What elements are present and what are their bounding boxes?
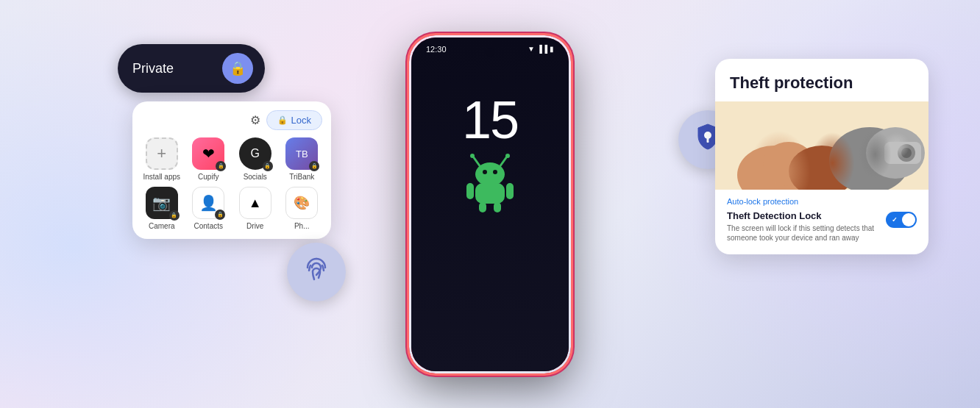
list-item[interactable]: 📷 🔒 Camera <box>141 187 182 230</box>
install-apps-icon: + <box>146 137 178 170</box>
private-label: Private <box>132 61 215 76</box>
private-space-panel: Private 🔒 ⚙ 🔒 Lock + Install apps ❤ <box>118 44 324 239</box>
list-item[interactable]: TB 🔒 TriBank <box>282 137 323 181</box>
list-item[interactable]: ▲ Drive <box>235 187 276 230</box>
svg-point-6 <box>493 170 497 174</box>
auto-lock-label: Auto-lock protection <box>727 197 917 206</box>
theft-detection-toggle[interactable]: ✓ <box>886 212 917 228</box>
app-label: Camera <box>149 222 175 230</box>
app-lock-badge: 🔒 <box>216 161 226 171</box>
svg-point-5 <box>483 170 487 174</box>
app-lock-badge: 🔒 <box>309 161 319 171</box>
wifi-icon: ▼ <box>528 45 535 53</box>
settings-icon[interactable]: ⚙ <box>250 113 260 127</box>
svg-point-22 <box>898 144 915 162</box>
theft-protection-title: Theft protection <box>730 74 914 93</box>
app-drawer-header: ⚙ 🔒 Lock <box>141 110 322 130</box>
svg-rect-15 <box>715 101 928 190</box>
phone-device: 12:30 ▼ ▐▐ ▮ 15 <box>409 35 571 373</box>
phone-clock: 15 <box>462 93 518 146</box>
theft-detection-desc: The screen will lock if this setting det… <box>727 223 878 243</box>
theft-card-body: Auto-lock protection Theft Detection Loc… <box>715 190 928 254</box>
svg-point-3 <box>505 154 510 158</box>
lock-btn-label: Lock <box>291 115 311 126</box>
list-item[interactable]: 👤 🔒 Contacts <box>188 187 230 230</box>
theft-illustration <box>715 101 928 190</box>
svg-point-19 <box>829 127 910 190</box>
contacts-icon: 👤 🔒 <box>192 187 224 219</box>
theft-detection-row: Theft Detection Lock The screen will loc… <box>727 210 917 243</box>
svg-point-23 <box>901 148 912 158</box>
lock-btn-icon: 🔒 <box>277 115 288 125</box>
signal-icon: ▐▐ <box>537 45 547 53</box>
list-item[interactable]: + Install apps <box>141 137 182 181</box>
phone-body: 12:30 ▼ ▐▐ ▮ 15 <box>409 35 571 373</box>
svg-rect-13 <box>707 137 709 143</box>
camera-icon: 📷 🔒 <box>146 187 178 219</box>
app-lock-badge: 🔒 <box>169 210 180 221</box>
battery-icon: ▮ <box>550 45 554 53</box>
theft-card-header: Theft protection <box>715 59 928 101</box>
status-icons: ▼ ▐▐ ▮ <box>528 45 554 53</box>
app-label: Drive <box>246 222 263 230</box>
svg-point-4 <box>475 162 505 186</box>
app-label: Install apps <box>143 173 180 181</box>
android-robot-icon <box>457 146 523 212</box>
svg-point-18 <box>789 146 855 190</box>
app-lock-badge: 🔒 <box>263 161 273 171</box>
theft-detection-title: Theft Detection Lock <box>727 210 878 221</box>
svg-line-0 <box>473 157 480 167</box>
socials-icon: G 🔒 <box>239 137 271 170</box>
svg-rect-21 <box>884 142 921 164</box>
svg-line-2 <box>500 157 507 167</box>
list-item[interactable]: 🎨 Ph... <box>282 187 323 230</box>
private-lock-circle: 🔒 <box>222 53 253 84</box>
toggle-check-icon: ✓ <box>892 216 898 223</box>
app-label: Socials <box>244 173 267 181</box>
theft-protection-card: Theft protection Auto-lock protection Th… <box>715 59 928 254</box>
lock-icon: 🔒 <box>230 60 246 76</box>
app-label: Contacts <box>194 222 223 230</box>
svg-point-20 <box>866 127 925 179</box>
app-drawer-card: ⚙ 🔒 Lock + Install apps ❤ 🔒 Cupify <box>132 101 331 239</box>
svg-rect-9 <box>506 183 514 199</box>
svg-rect-10 <box>479 202 486 212</box>
private-pill[interactable]: Private 🔒 <box>118 44 265 93</box>
app-lock-badge: 🔒 <box>215 210 225 220</box>
phone-status-bar: 12:30 ▼ ▐▐ ▮ <box>411 45 569 54</box>
list-item[interactable]: ❤ 🔒 Cupify <box>188 137 230 181</box>
cupify-icon: ❤ 🔒 <box>192 137 224 170</box>
svg-point-16 <box>737 146 811 190</box>
svg-rect-11 <box>494 202 501 212</box>
svg-rect-8 <box>466 183 474 199</box>
status-time: 12:30 <box>426 45 447 54</box>
svg-point-14 <box>709 139 711 141</box>
app-label: Ph... <box>294 222 310 230</box>
svg-rect-7 <box>475 183 505 204</box>
app-label: TriBank <box>289 173 314 181</box>
list-item[interactable]: G 🔒 Socials <box>235 137 276 181</box>
app-grid: + Install apps ❤ 🔒 Cupify G 🔒 Socials <box>141 137 322 230</box>
photos-icon: 🎨 <box>285 187 318 219</box>
fingerprint-icon <box>302 254 331 290</box>
lock-button[interactable]: 🔒 Lock <box>266 110 322 130</box>
app-label: Cupify <box>198 173 219 181</box>
svg-point-17 <box>763 142 814 186</box>
tribank-icon: TB 🔒 <box>285 137 318 170</box>
drive-icon: ▲ <box>239 187 271 219</box>
svg-point-1 <box>470 154 475 158</box>
phone-screen: 12:30 ▼ ▐▐ ▮ 15 <box>411 37 569 371</box>
theft-detection-text: Theft Detection Lock The screen will loc… <box>727 210 878 243</box>
fingerprint-bubble <box>287 243 346 301</box>
